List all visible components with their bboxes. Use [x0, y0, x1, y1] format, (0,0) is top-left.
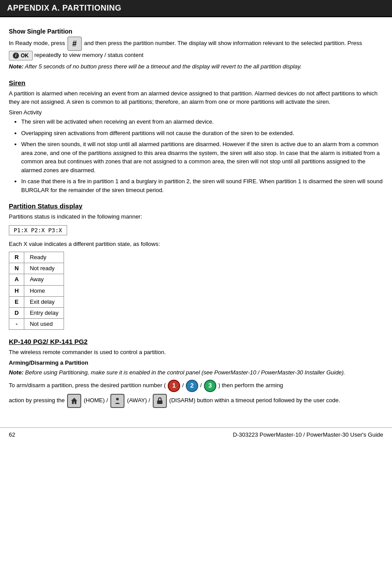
para1-text3: repeatedly to view memory / status conte… [34, 52, 143, 58]
disarm-label: (DISARM) button within a timeout period … [169, 397, 340, 404]
away-label: (AWAY) / [127, 397, 152, 404]
arm-slash-2: / [200, 382, 204, 389]
page-header: APPENDIX A. PARTITIONING [0, 0, 392, 17]
state-code: H [9, 285, 24, 296]
kp-note-bold: Note: [9, 369, 23, 376]
siren-title: Siren [9, 79, 383, 87]
show-single-partition-section: Show Single Partition In Ready mode, pre… [9, 28, 383, 71]
home-label: (HOME) / [84, 397, 110, 404]
siren-bullet-2: Overlapping siren activations from diffe… [21, 129, 383, 138]
show-single-partition-title: Show Single Partition [9, 28, 383, 35]
kp-section: KP-140 PG2/ KP-141 PG2 The wireless remo… [9, 338, 383, 408]
partition-status-title: Partition Status display [9, 202, 383, 210]
btn-2[interactable]: 2 [186, 380, 198, 392]
partition-display-value: P1:X P2:X P3:X [14, 227, 62, 234]
siren-bullets-list: The siren will be activated when receivi… [21, 117, 383, 194]
table-row: AAway [9, 274, 64, 285]
state-label: Not ready [24, 263, 64, 274]
siren-bullet-4: In case that there is a fire in partitio… [21, 177, 383, 194]
page-footer: 62 D-303223 PowerMaster-10 / PowerMaster… [0, 427, 392, 442]
kp-title: KP-140 PG2/ KP-141 PG2 [9, 338, 383, 345]
table-row: EExit delay [9, 296, 64, 307]
page-title: APPENDIX A. PARTITIONING [7, 4, 121, 12]
disarm-button[interactable] [153, 394, 167, 408]
arm-text2: ) then perform the arming [218, 382, 283, 389]
home-button[interactable] [67, 394, 81, 408]
siren-section: Siren A partition is alarmed when receiv… [9, 79, 383, 195]
state-label: Not used [24, 319, 64, 330]
page-number: 62 [9, 431, 15, 438]
state-code: N [9, 263, 24, 274]
para1-text1: In Ready mode, press [9, 40, 65, 46]
siren-bullet-3: When the siren sounds, it will not stop … [21, 140, 383, 174]
show-single-partition-para: In Ready mode, press # and then press th… [9, 37, 383, 60]
hash-button[interactable]: # [68, 37, 82, 51]
state-label: Entry delay [24, 307, 64, 318]
state-label: Home [24, 285, 64, 296]
state-code: D [9, 307, 24, 318]
partition-state-table: RReadyNNot readyAAwayHHomeEExit delayDEn… [9, 252, 64, 330]
home-icon [70, 397, 78, 405]
btn-3[interactable]: 3 [204, 380, 216, 392]
away-button[interactable] [110, 394, 124, 408]
arm-text1: To arm/disarm a partition, press the des… [9, 382, 166, 389]
arm-slash-1: / [182, 382, 185, 389]
arm-para2: action by pressing the (HOME) / (AWAY) / [9, 394, 383, 408]
state-code: R [9, 252, 24, 263]
arming-title: Arming/Disarming a Partition [9, 359, 383, 367]
page-container: APPENDIX A. PARTITIONING Show Single Par… [0, 0, 392, 585]
partition-status-intro: Partitions status is indicated in the fo… [9, 212, 383, 221]
each-x-label: Each X value indicates a different parti… [9, 240, 383, 249]
disarm-icon [156, 397, 164, 405]
svg-rect-2 [157, 400, 162, 404]
table-row: -Not used [9, 319, 64, 330]
away-icon [113, 397, 121, 405]
note-text: After 5 seconds of no button press there… [25, 63, 302, 70]
siren-activity-label: Siren Activity [9, 108, 383, 117]
state-label: Away [24, 274, 64, 285]
kp-note: Note: Before using Partitioning, make su… [9, 368, 383, 377]
partition-display-box: P1:X P2:X P3:X [9, 225, 67, 235]
svg-point-1 [116, 398, 119, 400]
state-code: - [9, 319, 24, 330]
table-row: NNot ready [9, 263, 64, 274]
table-row: RReady [9, 252, 64, 263]
arm-para1: To arm/disarm a partition, press the des… [9, 380, 383, 392]
kp-note-text: Before using Partitioning, make sure it … [25, 369, 345, 376]
svg-marker-0 [71, 398, 77, 404]
ok-label: OK [21, 52, 29, 60]
partition-status-section: Partition Status display Partitions stat… [9, 202, 383, 330]
kp-para1: The wireless remote commander is used to… [9, 348, 383, 357]
btn-1[interactable]: 1 [168, 380, 180, 392]
note-bold: Note: [9, 63, 23, 70]
state-code: A [9, 274, 24, 285]
i-ok-button[interactable]: i OK [9, 51, 33, 60]
arm-action-text: action by pressing the [9, 397, 66, 404]
show-partition-note: Note: After 5 seconds of no button press… [9, 62, 383, 71]
table-row: HHome [9, 285, 64, 296]
state-label: Ready [24, 252, 64, 263]
siren-bullet-1: The siren will be activated when receivi… [21, 117, 383, 126]
table-row: DEntry delay [9, 307, 64, 318]
copyright-text: D-303223 PowerMaster-10 / PowerMaster-30… [233, 431, 383, 438]
main-content: Show Single Partition In Ready mode, pre… [0, 17, 392, 414]
siren-para1: A partition is alarmed when receiving an… [9, 89, 383, 106]
state-code: E [9, 296, 24, 307]
i-icon: i [13, 53, 19, 59]
para1-text2: and then press the partition number. The… [84, 40, 362, 46]
state-label: Exit delay [24, 296, 64, 307]
